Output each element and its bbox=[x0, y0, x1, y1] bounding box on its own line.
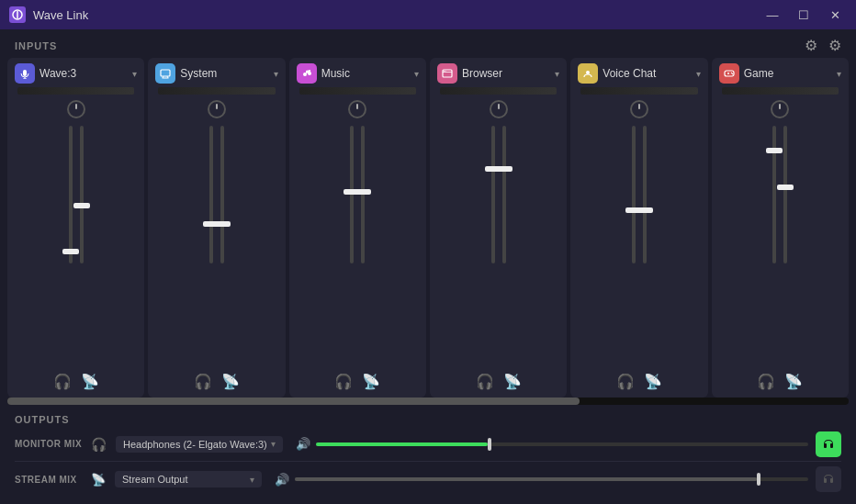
wave3-pan[interactable] bbox=[67, 100, 85, 118]
svg-rect-2 bbox=[23, 70, 27, 76]
music-headphone-icon[interactable]: 🎧 bbox=[334, 373, 353, 390]
system-fader1-track[interactable] bbox=[209, 126, 213, 263]
wave3-fader2-track[interactable] bbox=[80, 126, 84, 263]
system-footer: 🎧 📡 bbox=[194, 373, 240, 390]
monitor-ear-button[interactable] bbox=[816, 431, 841, 457]
stream-ear-button[interactable] bbox=[816, 466, 841, 492]
channel-system-header: System ▾ bbox=[152, 63, 281, 84]
music-dropdown[interactable]: ▾ bbox=[414, 69, 419, 79]
stream-device-name: Stream Output bbox=[122, 474, 246, 485]
browser-icon bbox=[437, 63, 457, 84]
stream-dropdown-arrow: ▾ bbox=[250, 475, 254, 485]
wave3-broadcast-icon[interactable]: 📡 bbox=[81, 373, 99, 390]
stream-device-select[interactable]: Stream Output ▾ bbox=[115, 471, 262, 487]
game-footer: 🎧 📡 bbox=[757, 373, 803, 390]
monitor-device-name: Headphones (2- Elgato Wave:3) bbox=[123, 439, 267, 450]
wave3-vu bbox=[17, 87, 134, 95]
monitor-vol-icon: 🔊 bbox=[296, 437, 310, 451]
app-title: Wave Link bbox=[33, 8, 760, 22]
close-button[interactable]: ✕ bbox=[823, 6, 847, 24]
svg-point-20 bbox=[731, 73, 732, 74]
browser-headphone-icon[interactable]: 🎧 bbox=[476, 373, 494, 390]
stream-mix-row: STREAM MIX 📡 Stream Output ▾ 🔊 bbox=[15, 462, 841, 497]
voicechat-name: Voice Chat bbox=[603, 67, 695, 80]
game-fader1-track[interactable] bbox=[772, 126, 776, 263]
voicechat-headphone-icon[interactable]: 🎧 bbox=[616, 373, 635, 390]
wave3-faders bbox=[11, 122, 141, 369]
voicechat-dropdown[interactable]: ▾ bbox=[696, 69, 701, 79]
system-broadcast-icon[interactable]: 📡 bbox=[221, 373, 240, 390]
monitor-slider-thumb[interactable] bbox=[488, 438, 491, 451]
monitor-slider-track[interactable] bbox=[316, 442, 808, 446]
music-fader2-track[interactable] bbox=[361, 126, 365, 263]
inputs-label: INPUTS bbox=[15, 40, 57, 51]
system-dropdown[interactable]: ▾ bbox=[274, 69, 278, 79]
system-fader2-track[interactable] bbox=[220, 126, 224, 263]
channel-browser: Browser ▾ 🎧 📡 bbox=[430, 58, 567, 398]
window-controls: — ☐ ✕ bbox=[760, 6, 847, 24]
music-broadcast-icon[interactable]: 📡 bbox=[362, 373, 380, 390]
channel-browser-header: Browser ▾ bbox=[434, 63, 563, 84]
stream-vol-icon: 🔊 bbox=[275, 473, 289, 487]
browser-fader1-track[interactable] bbox=[491, 126, 495, 263]
stream-volume-area: 🔊 bbox=[275, 473, 808, 487]
music-fader2-knob[interactable] bbox=[355, 189, 371, 195]
minimize-button[interactable]: — bbox=[760, 6, 784, 24]
voicechat-fader2-knob[interactable] bbox=[636, 207, 653, 213]
system-pan[interactable] bbox=[208, 100, 226, 118]
channel-wave3: Wave:3 ▾ 🎧 📡 bbox=[7, 58, 144, 398]
voicechat-faders bbox=[574, 122, 704, 369]
browser-dropdown[interactable]: ▾ bbox=[555, 69, 559, 79]
wave3-fader2-knob[interactable] bbox=[73, 203, 90, 208]
music-icon bbox=[297, 63, 317, 84]
monitor-mix-row: MONITOR MIX 🎧 Headphones (2- Elgato Wave… bbox=[15, 427, 841, 462]
music-name: Music bbox=[321, 67, 414, 80]
game-broadcast-icon[interactable]: 📡 bbox=[784, 373, 803, 390]
filter-icon[interactable]: ⚙ bbox=[805, 37, 817, 54]
monitor-volume-area: 🔊 bbox=[296, 437, 808, 451]
monitor-device-select[interactable]: Headphones (2- Elgato Wave:3) ▾ bbox=[116, 436, 283, 453]
wave3-dropdown[interactable]: ▾ bbox=[132, 69, 137, 79]
voicechat-broadcast-icon[interactable]: 📡 bbox=[644, 373, 662, 390]
browser-fader2-knob[interactable] bbox=[496, 166, 512, 172]
game-headphone-icon[interactable]: 🎧 bbox=[757, 373, 775, 390]
game-vu bbox=[722, 87, 839, 95]
title-bar: Wave Link — ☐ ✕ bbox=[0, 0, 856, 29]
channel-wave3-header: Wave:3 ▾ bbox=[11, 63, 141, 84]
stream-label: STREAM MIX bbox=[15, 475, 84, 485]
channel-music: Music ▾ 🎧 📡 bbox=[289, 58, 426, 398]
stream-slider-thumb[interactable] bbox=[757, 473, 760, 486]
voicechat-vu bbox=[580, 87, 697, 95]
voicechat-fader1-track[interactable] bbox=[632, 126, 636, 263]
maximize-button[interactable]: ☐ bbox=[792, 6, 816, 24]
stream-slider-track[interactable] bbox=[295, 477, 808, 481]
voicechat-icon bbox=[578, 63, 598, 84]
wave3-headphone-icon[interactable]: 🎧 bbox=[53, 373, 72, 390]
app-icon bbox=[9, 6, 26, 23]
wave3-fader1-track[interactable] bbox=[69, 126, 73, 263]
svg-point-10 bbox=[308, 72, 311, 75]
system-fader2-knob[interactable] bbox=[214, 221, 231, 227]
music-fader1-track[interactable] bbox=[350, 126, 354, 263]
voicechat-footer: 🎧 📡 bbox=[616, 373, 662, 390]
channels-scrollbar[interactable] bbox=[7, 398, 849, 405]
game-dropdown[interactable]: ▾ bbox=[837, 69, 841, 79]
scrollbar-thumb[interactable] bbox=[7, 398, 580, 405]
stream-device-icon: 📡 bbox=[91, 473, 106, 487]
voicechat-pan[interactable] bbox=[630, 100, 648, 118]
svg-point-19 bbox=[730, 73, 731, 73]
game-pan[interactable] bbox=[771, 100, 789, 118]
wave3-icon bbox=[15, 63, 35, 84]
game-fader1-knob[interactable] bbox=[766, 148, 783, 153]
game-fader2-knob[interactable] bbox=[777, 185, 794, 190]
settings-icon[interactable]: ⚙ bbox=[828, 37, 841, 54]
music-pan[interactable] bbox=[348, 100, 366, 118]
browser-broadcast-icon[interactable]: 📡 bbox=[503, 373, 522, 390]
system-headphone-icon[interactable]: 🎧 bbox=[194, 373, 212, 390]
wave3-fader1-knob[interactable] bbox=[62, 249, 79, 254]
voicechat-fader2-track[interactable] bbox=[643, 126, 647, 263]
browser-pan[interactable] bbox=[490, 100, 508, 118]
channel-game-header: Game ▾ bbox=[715, 63, 845, 84]
game-fader2-track[interactable] bbox=[783, 126, 787, 263]
browser-fader2-track[interactable] bbox=[502, 126, 506, 263]
